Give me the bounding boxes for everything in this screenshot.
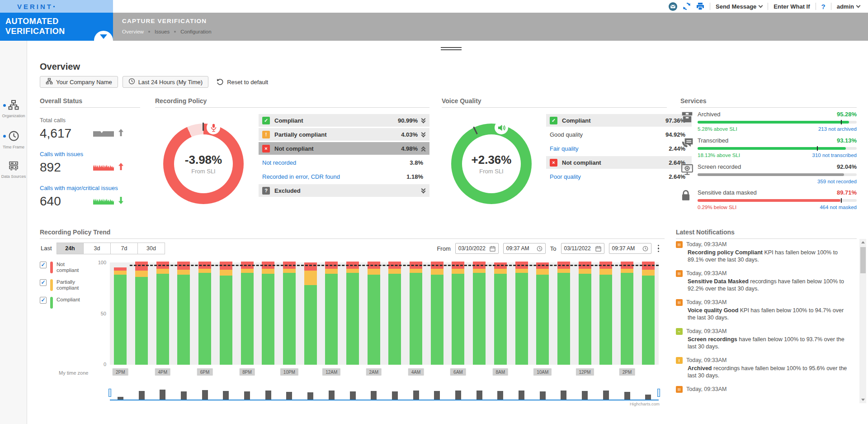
scrollbar-thumb[interactable] — [860, 247, 866, 273]
recording-policy-row-not-compliant[interactable]: ×Not compliant4.98% — [259, 142, 429, 155]
metric-link[interactable]: Calls with issues — [40, 151, 140, 157]
from-date-input[interactable]: 03/10/2022 — [455, 243, 499, 254]
service-head: Sensitive data masked89.71% — [698, 189, 857, 196]
stacked-bar[interactable] — [325, 262, 338, 365]
voice-quality-row-poor-quality[interactable]: Poor quality2.64% — [546, 170, 692, 183]
not-processed-link[interactable]: 464 not masked — [820, 205, 857, 210]
splitter-handle[interactable] — [441, 47, 462, 52]
notification-item[interactable]: !!Today, 09:33AM — [676, 386, 853, 392]
notification-item[interactable]: !!Today, 09:33AMVoice quality Good KPI h… — [676, 299, 853, 321]
not-processed-link[interactable]: 359 not recorded — [817, 179, 857, 184]
stacked-bar[interactable] — [621, 262, 633, 365]
scroll-down-arrow[interactable] — [859, 396, 866, 403]
legend-toggle-partially-compliant[interactable]: ✓Partially compliant — [40, 279, 105, 291]
trend-bar-chart[interactable] — [110, 262, 659, 365]
metric-value: 4,617 — [40, 126, 93, 141]
stacked-bar[interactable] — [304, 262, 317, 365]
user-menu[interactable]: admin — [837, 3, 860, 10]
legend-value: 3.8% — [410, 159, 423, 166]
range-button-3d[interactable]: 3d — [84, 243, 111, 254]
recording-policy-row-partially-compliant[interactable]: !Partially compliant4.03% — [259, 128, 429, 141]
company-filter-chip[interactable]: Your Company Name — [40, 76, 118, 88]
notification-item[interactable]: !Today, 09:33AMArchived recordings have … — [676, 357, 853, 379]
nav-issues[interactable]: Issues — [155, 29, 170, 34]
stacked-bar[interactable] — [388, 262, 401, 365]
stacked-bar[interactable] — [494, 262, 507, 365]
recording-policy-row-excluded[interactable]: ?Excluded — [259, 184, 429, 197]
bar-segment-compliant — [241, 273, 254, 365]
stacked-bar[interactable] — [135, 262, 148, 365]
voice-quality-row-good-quality[interactable]: Good quality94.92% — [546, 128, 692, 141]
stacked-bar[interactable] — [642, 262, 655, 365]
not-processed-link[interactable]: 213 not archived — [818, 126, 857, 132]
stacked-bar[interactable] — [283, 262, 296, 365]
expander — [420, 118, 426, 123]
from-time-input[interactable]: 09:37 AM — [503, 243, 546, 254]
voice-quality-donut-chart[interactable]: +2.36% From SLI — [451, 124, 532, 204]
stacked-bar[interactable] — [599, 262, 612, 365]
scroll-up-arrow[interactable] — [859, 239, 866, 246]
navigator-right-handle[interactable] — [657, 389, 660, 397]
voice-quality-row-compliant[interactable]: ✓Compliant97.36% — [546, 114, 692, 127]
message-icon[interactable] — [669, 2, 677, 11]
help-button[interactable]: ? — [821, 3, 826, 10]
stacked-bar[interactable] — [177, 262, 190, 365]
time-range-filter-chip[interactable]: Last 24 Hours (My Time) — [123, 76, 208, 88]
voice-quality-row-fair-quality[interactable]: Fair quality2.44% — [546, 142, 692, 155]
bar-segment-partially-compliant — [368, 269, 380, 275]
chart-navigator[interactable] — [110, 386, 659, 400]
sidebar-item-organization[interactable]: Organization — [0, 100, 27, 118]
notification-item[interactable]: !!Today, 09:33AMSensitive Data Masked re… — [676, 270, 853, 292]
checkbox-checked[interactable]: ✓ — [40, 262, 47, 268]
recording-policy-donut-chart[interactable]: -3.98% From SLI — [163, 124, 244, 204]
recording-policy-row-not-recorded[interactable]: Not recorded3.8% — [259, 156, 429, 169]
stacked-bar[interactable] — [368, 262, 380, 365]
enter-what-if-button[interactable]: Enter What If — [774, 3, 810, 10]
nav-configuration[interactable]: Configuration — [180, 29, 211, 34]
sidebar-item-time-frame[interactable]: Time Frame — [0, 130, 27, 149]
sidebar-item-data-sources[interactable]: Data Sources — [0, 160, 27, 179]
stacked-bar[interactable] — [241, 262, 254, 365]
legend-toggle-compliant[interactable]: ✓Compliant — [40, 297, 105, 309]
send-message-menu[interactable]: Send Message — [716, 3, 762, 10]
checkbox-checked[interactable]: ✓ — [40, 297, 47, 304]
chart-menu-button[interactable] — [658, 245, 660, 252]
legend-value: 4.98% — [401, 145, 418, 152]
stacked-bar[interactable] — [198, 262, 211, 365]
notifications-scrollbar[interactable] — [859, 239, 866, 403]
stacked-bar[interactable] — [536, 262, 549, 365]
notification-item[interactable]: ~Today, 09:33AMScreen recordings have fa… — [676, 328, 853, 350]
recording-policy-row-compliant[interactable]: ✓Compliant90.99% — [259, 114, 429, 127]
voice-quality-row-not-compliant[interactable]: ×Not compliant2.64% — [546, 156, 692, 169]
stacked-bar[interactable] — [557, 262, 570, 365]
stacked-bar[interactable] — [452, 262, 464, 365]
metric-link[interactable]: Calls with major/critical issues — [40, 185, 140, 191]
stacked-bar[interactable] — [473, 262, 486, 365]
stacked-bar[interactable] — [579, 262, 591, 365]
service-head: Screen recorded92.04% — [698, 163, 857, 170]
panel-collapse-notch[interactable] — [94, 31, 113, 50]
stacked-bar[interactable] — [220, 262, 232, 365]
stacked-bar[interactable] — [346, 262, 359, 365]
stacked-bar[interactable] — [431, 262, 443, 365]
navigator-left-handle[interactable] — [108, 389, 111, 397]
stacked-bar[interactable] — [262, 262, 274, 365]
notification-item[interactable]: !!Today, 09:33AMRecording policy Complia… — [676, 241, 853, 263]
refresh-icon[interactable] — [683, 2, 691, 10]
to-time-input[interactable]: 09:37 AM — [609, 243, 651, 254]
stacked-bar[interactable] — [114, 262, 127, 365]
stacked-bar[interactable] — [156, 262, 169, 365]
range-button-24h[interactable]: 24h — [57, 243, 84, 254]
not-processed-link[interactable]: 310 not transcribed — [812, 152, 857, 158]
range-button-7d[interactable]: 7d — [111, 243, 138, 254]
stacked-bar[interactable] — [515, 262, 528, 365]
to-date-input[interactable]: 03/11/2022 — [561, 243, 604, 254]
recording-policy-row-recorded-in-error-cdr-found[interactable]: Recorded in error, CDR found1.18% — [259, 170, 429, 183]
stacked-bar[interactable] — [410, 262, 422, 365]
checkbox-checked[interactable]: ✓ — [40, 279, 47, 286]
print-icon[interactable] — [696, 2, 704, 10]
navigator-bar — [603, 391, 609, 400]
reset-to-default-button[interactable]: Reset to default — [217, 78, 268, 86]
range-button-30d[interactable]: 30d — [138, 243, 165, 254]
nav-overview[interactable]: Overview — [122, 29, 144, 34]
